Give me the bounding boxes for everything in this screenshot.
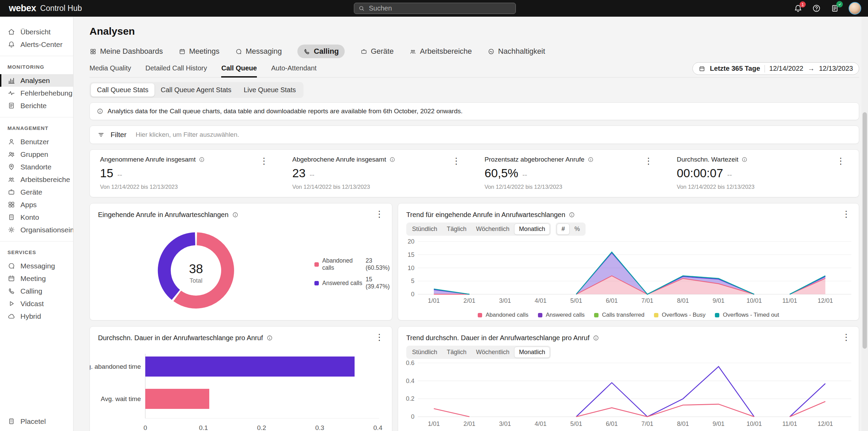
trend-calls-unit-#[interactable]: #: [557, 223, 570, 235]
sidebar-item-hybrid[interactable]: Hybrid: [0, 310, 73, 322]
sidebar-item-analysen[interactable]: Analysen: [0, 74, 73, 87]
kebab-menu-icon[interactable]: ⋮: [452, 156, 461, 165]
sidebar-item-meeting[interactable]: Meeting: [0, 272, 73, 285]
sidebar-item-placetel[interactable]: Placetel: [0, 415, 73, 428]
svg-text:Avg. abandoned time: Avg. abandoned time: [90, 363, 141, 370]
tab-messaging[interactable]: Messaging: [235, 45, 282, 58]
sidebar-item-fehlerbehebung[interactable]: Fehlerbehebung: [0, 87, 73, 99]
svg-text:2/01: 2/01: [463, 420, 475, 427]
date-range-picker[interactable]: Letzte 365 Tage 12/14/2022 → 12/13/2023: [692, 62, 859, 75]
svg-text:3/01: 3/01: [499, 420, 511, 427]
sidebar-section-header: MONITORING: [0, 61, 73, 74]
tab-ger-te[interactable]: Geräte: [360, 45, 394, 58]
home-icon: [7, 28, 15, 36]
workspace-icon: [409, 48, 416, 55]
tab-arbeitsbereiche[interactable]: Arbeitsbereiche: [409, 45, 472, 58]
cloud-icon: [7, 312, 15, 320]
sidebar-item-messaging[interactable]: Messaging: [0, 260, 73, 272]
sidebar-item-benutzer[interactable]: Benutzer: [0, 135, 73, 148]
apps-icon: [89, 48, 97, 55]
date-end[interactable]: 12/13/2023: [819, 65, 853, 72]
kebab-menu-icon[interactable]: ⋮: [842, 333, 851, 342]
sidebar-item-calling[interactable]: Calling: [0, 285, 73, 297]
kebab-menu-icon[interactable]: ⋮: [375, 333, 384, 342]
webex-control-hub-screen: webex Control Hub 1 ÜbersichtAlerts-Cent…: [0, 0, 868, 431]
pill-call-queue-agent-stats[interactable]: Call Queue Agent Stats: [154, 83, 238, 97]
kebab-menu-icon[interactable]: ⋮: [644, 156, 653, 165]
filter-bar[interactable]: Filter Hier klicken, um Filter auszuwähl…: [89, 126, 859, 144]
sidebar-item-alerts-center[interactable]: Alerts-Center: [0, 38, 73, 51]
pin-icon: [7, 163, 15, 171]
info-icon[interactable]: [232, 212, 239, 218]
sidebar-item-standorte[interactable]: Standorte: [0, 161, 73, 173]
info-icon[interactable]: [266, 335, 273, 341]
sidebar-item-konto[interactable]: Konto: [0, 211, 73, 223]
phone-icon: [7, 287, 15, 295]
info-icon: [741, 156, 748, 163]
tasks-button[interactable]: [830, 4, 839, 13]
avatar[interactable]: [849, 2, 861, 15]
sidebar-item-bersicht[interactable]: Übersicht: [0, 26, 73, 38]
svg-text:0: 0: [411, 291, 414, 298]
subtab-detailed-call-history[interactable]: Detailed Call History: [145, 61, 207, 77]
check-icon: [838, 2, 842, 6]
tab-meetings[interactable]: Meetings: [179, 45, 219, 58]
subtab-media-quality[interactable]: Media Quality: [89, 61, 131, 77]
incoming-calls-donut-card: Eingehende Anrufe in Anrufwarteschlangen…: [89, 203, 392, 320]
avg-duration-bar-chart: Avg. abandoned timeAvg. wait time00.10.2…: [90, 354, 393, 431]
queue-tabs: Call Queue StatsCall Queue Agent StatsLi…: [89, 82, 304, 98]
trend-calls-interval-st-ndlich[interactable]: Stündlich: [407, 223, 442, 235]
svg-text:12/01: 12/01: [818, 297, 833, 304]
kebab-menu-icon[interactable]: ⋮: [842, 210, 851, 218]
sidebar-item-berichte[interactable]: Berichte: [0, 99, 73, 112]
filter-icon: [97, 131, 105, 138]
apps-icon: [7, 201, 15, 209]
trend-calls-interval-t-glich[interactable]: Täglich: [442, 223, 471, 235]
pill-call-queue-stats[interactable]: Call Queue Stats: [91, 83, 154, 97]
global-search[interactable]: [354, 3, 516, 14]
calendar-icon: [179, 48, 186, 55]
kebab-menu-icon[interactable]: ⋮: [260, 156, 268, 165]
sidebar-item-vidcast[interactable]: Vidcast: [0, 297, 73, 310]
search-input[interactable]: [368, 4, 511, 13]
trend-calls-interval-monatlich[interactable]: Monatlich: [514, 223, 550, 235]
notifications-button[interactable]: 1: [793, 4, 803, 13]
sidebar-item-organisationseinstellun[interactable]: Organisationseinstellun...: [0, 223, 73, 236]
date-start[interactable]: 12/14/2022: [769, 65, 803, 72]
kebab-menu-icon[interactable]: ⋮: [375, 210, 384, 218]
trend-duration-interval-monatlich[interactable]: Monatlich: [514, 347, 550, 358]
svg-text:0.3: 0.3: [315, 424, 324, 431]
tab-calling[interactable]: Calling: [297, 45, 344, 58]
info-icon[interactable]: [569, 212, 575, 218]
chart-icon: [7, 77, 15, 84]
scrollbar-thumb[interactable]: [863, 112, 867, 349]
info-icon: [569, 212, 575, 218]
subtab-auto-attendant[interactable]: Auto-Attendant: [271, 61, 316, 77]
scrollbar-track[interactable]: [862, 17, 868, 431]
trend-calls-unit-%[interactable]: %: [570, 223, 585, 235]
subtab-call-queue[interactable]: Call Queue: [221, 61, 257, 77]
tab-nachhaltigkeit[interactable]: Nachhaltigkeit: [488, 45, 545, 58]
trend-calls-interval-w-chentlich[interactable]: Wöchentlich: [471, 223, 514, 235]
pill-live-queue-stats[interactable]: Live Queue Stats: [238, 83, 302, 97]
trend-duration-interval-w-chentlich[interactable]: Wöchentlich: [471, 347, 514, 358]
sidebar-item-arbeitsbereiche[interactable]: Arbeitsbereiche: [0, 173, 73, 186]
svg-text:7/01: 7/01: [641, 297, 653, 304]
help-button[interactable]: [812, 4, 821, 13]
svg-text:0.2: 0.2: [406, 395, 414, 402]
sidebar-item-ger-te[interactable]: Geräte: [0, 186, 73, 198]
info-icon[interactable]: [593, 335, 599, 341]
workspace-icon: [7, 176, 15, 183]
report-icon: [7, 102, 15, 110]
svg-text:7/01: 7/01: [641, 420, 653, 427]
trend-duration-interval-st-ndlich[interactable]: Stündlich: [407, 347, 442, 358]
sidebar-item-apps[interactable]: Apps: [0, 198, 73, 211]
svg-text:5/01: 5/01: [570, 297, 582, 304]
trend-duration-interval-t-glich[interactable]: Täglich: [442, 347, 471, 358]
kebab-menu-icon[interactable]: ⋮: [836, 156, 845, 165]
kpi-durchschn-wartezeit: Durchschn. Wartezeit ⋮ 00:00:07-- Von 12…: [667, 156, 859, 190]
phone-icon: [303, 48, 310, 55]
bell-icon: [7, 40, 15, 48]
tab-meine-dashboards[interactable]: Meine Dashboards: [89, 45, 163, 58]
sidebar-item-gruppen[interactable]: Gruppen: [0, 148, 73, 161]
